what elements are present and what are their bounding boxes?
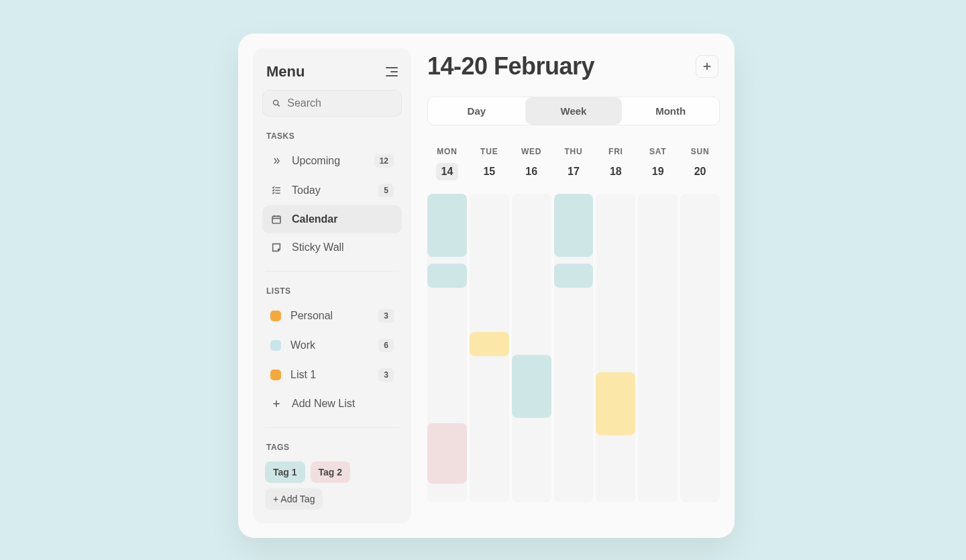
add-tag-button[interactable]: + Add Tag bbox=[265, 488, 323, 510]
sidebar-header: Menu bbox=[262, 60, 402, 90]
search-input[interactable] bbox=[287, 97, 392, 109]
list-personal[interactable]: Personal 3 bbox=[262, 301, 402, 331]
nav-label: Sticky Wall bbox=[292, 241, 344, 254]
add-list-button[interactable]: Add New List bbox=[262, 390, 402, 418]
day-number: 20 bbox=[689, 163, 712, 180]
list-label: Personal bbox=[290, 310, 333, 322]
view-month[interactable]: Month bbox=[622, 97, 719, 125]
day-abbr: WED bbox=[512, 147, 551, 156]
day-column[interactable] bbox=[596, 194, 635, 502]
svg-rect-5 bbox=[272, 216, 280, 223]
list-1[interactable]: List 1 3 bbox=[262, 360, 402, 390]
nav-today[interactable]: Today 5 bbox=[262, 176, 402, 205]
plus-icon bbox=[702, 61, 712, 72]
day-number: 19 bbox=[647, 163, 669, 180]
tag-chip[interactable]: Tag 2 bbox=[311, 461, 351, 483]
view-toggle: Day Week Month bbox=[427, 97, 720, 125]
calendar-event[interactable] bbox=[512, 355, 551, 418]
sticky-note-icon bbox=[270, 242, 282, 253]
nav-label: Calendar bbox=[292, 213, 337, 225]
view-day[interactable]: Day bbox=[428, 97, 525, 125]
day-column[interactable] bbox=[512, 194, 551, 502]
collapse-sidebar-icon[interactable] bbox=[386, 67, 398, 76]
chevrons-right-icon bbox=[270, 157, 282, 165]
day-abbr: SAT bbox=[638, 147, 678, 156]
plus-icon bbox=[270, 399, 282, 408]
color-swatch bbox=[270, 340, 281, 351]
count-badge: 12 bbox=[374, 154, 394, 168]
day-number: 18 bbox=[604, 163, 627, 180]
main-header: 14-20 February bbox=[427, 52, 720, 80]
day-header[interactable]: THU17 bbox=[554, 147, 594, 180]
calendar-event[interactable] bbox=[470, 332, 509, 356]
nav-calendar[interactable]: Calendar bbox=[262, 205, 402, 233]
day-column[interactable] bbox=[554, 194, 594, 502]
day-column[interactable] bbox=[680, 194, 720, 502]
sidebar-title: Menu bbox=[266, 63, 305, 80]
search-icon bbox=[272, 99, 280, 108]
count-badge: 3 bbox=[378, 368, 394, 382]
main-panel: 14-20 February Day Week Month MON14TUE15… bbox=[427, 48, 720, 523]
add-event-button[interactable] bbox=[696, 55, 718, 78]
list-work[interactable]: Work 6 bbox=[262, 331, 402, 360]
day-header[interactable]: WED16 bbox=[512, 147, 551, 180]
tasks-section-label: TASKS bbox=[262, 117, 402, 146]
add-list-label: Add New List bbox=[292, 398, 355, 410]
day-header[interactable]: FRI18 bbox=[596, 147, 635, 180]
calendar-event[interactable] bbox=[427, 264, 467, 288]
search-field[interactable] bbox=[262, 90, 402, 117]
day-number: 16 bbox=[520, 163, 543, 180]
day-abbr: FRI bbox=[596, 147, 635, 156]
day-header[interactable]: SAT19 bbox=[638, 147, 678, 180]
nav-label: Today bbox=[292, 184, 321, 197]
svg-point-0 bbox=[274, 100, 278, 105]
nav-upcoming[interactable]: Upcoming 12 bbox=[262, 146, 402, 176]
lists-section-label: LISTS bbox=[262, 272, 402, 301]
day-header[interactable]: MON14 bbox=[427, 147, 467, 180]
color-swatch bbox=[270, 311, 281, 321]
count-badge: 5 bbox=[378, 184, 394, 197]
calendar-event[interactable] bbox=[427, 423, 467, 484]
nav-sticky-wall[interactable]: Sticky Wall bbox=[262, 233, 402, 262]
day-abbr: THU bbox=[554, 147, 594, 156]
list-label: List 1 bbox=[290, 369, 316, 381]
day-number: 14 bbox=[436, 163, 459, 180]
tags-section-label: TAGS bbox=[262, 428, 402, 457]
count-badge: 3 bbox=[378, 309, 394, 323]
day-abbr: TUE bbox=[470, 147, 509, 156]
list-label: Work bbox=[290, 339, 315, 351]
calendar-event[interactable] bbox=[596, 372, 635, 435]
tag-chip[interactable]: Tag 1 bbox=[265, 461, 305, 483]
calendar-event[interactable] bbox=[427, 194, 467, 257]
calendar-icon bbox=[270, 214, 282, 225]
tags-row: Tag 1 Tag 2 + Add Tag bbox=[262, 457, 402, 511]
day-column[interactable] bbox=[470, 194, 509, 502]
day-number: 15 bbox=[478, 163, 500, 180]
svg-line-1 bbox=[278, 105, 280, 107]
view-week[interactable]: Week bbox=[525, 97, 623, 125]
day-header[interactable]: TUE15 bbox=[470, 147, 509, 180]
list-check-icon bbox=[270, 186, 282, 195]
day-column[interactable] bbox=[638, 194, 678, 502]
calendar-event[interactable] bbox=[554, 264, 594, 288]
count-badge: 6 bbox=[378, 339, 394, 352]
day-header[interactable]: SUN20 bbox=[680, 147, 720, 180]
calendar-event[interactable] bbox=[554, 194, 594, 257]
day-number: 17 bbox=[562, 163, 585, 180]
app-card: Menu TASKS Upcoming 12 Today 5 bbox=[238, 34, 735, 538]
day-abbr: MON bbox=[427, 147, 467, 156]
nav-label: Upcoming bbox=[292, 155, 340, 167]
day-abbr: SUN bbox=[680, 147, 720, 156]
week-header: MON14TUE15WED16THU17FRI18SAT19SUN20 bbox=[427, 147, 720, 180]
day-column[interactable] bbox=[427, 194, 467, 502]
color-swatch bbox=[270, 370, 281, 380]
page-title: 14-20 February bbox=[427, 52, 594, 80]
sidebar: Menu TASKS Upcoming 12 Today 5 bbox=[253, 48, 411, 523]
week-body bbox=[427, 194, 720, 502]
